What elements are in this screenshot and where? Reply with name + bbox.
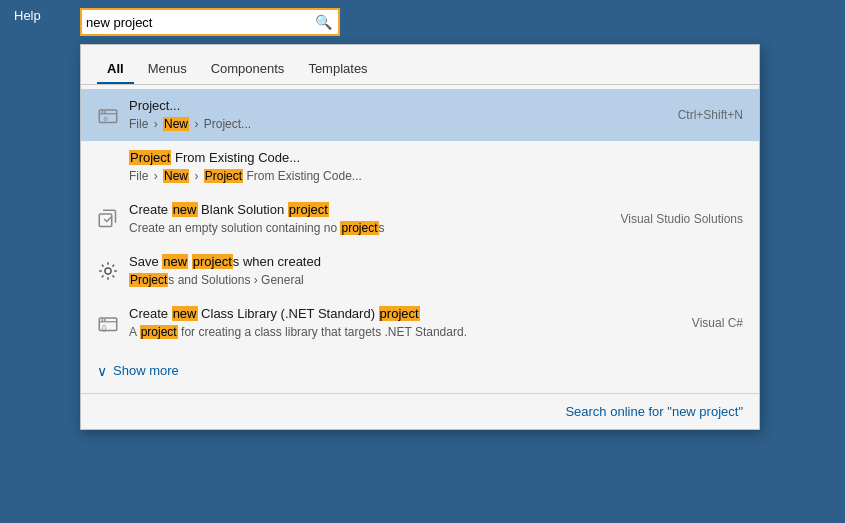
chevron-down-icon: ∨	[97, 363, 107, 379]
svg-text:⚙: ⚙	[103, 115, 108, 122]
result-content: Create new Class Library (.NET Standard)…	[129, 305, 680, 341]
search-online-row: Search online for "new project"	[81, 393, 759, 429]
result-title: Project From Existing Code...	[129, 149, 743, 167]
result-content: Project From Existing Code... File › New…	[129, 149, 743, 185]
svg-point-7	[101, 319, 103, 321]
gear-icon	[97, 260, 119, 282]
result-subtitle: Projects and Solutions › General	[129, 272, 743, 289]
blank-solution-icon	[97, 208, 119, 230]
results-list: ⚙ Project... File › New › Project... Ctr…	[81, 85, 759, 353]
result-title: Create new Blank Solution project	[129, 201, 608, 219]
result-content: Save new projects when created Projects …	[129, 253, 743, 289]
show-more-label: Show more	[113, 363, 179, 378]
result-category: Visual Studio Solutions	[620, 212, 743, 226]
svg-point-1	[101, 111, 103, 113]
result-path: File › New › Project From Existing Code.…	[129, 168, 743, 185]
result-row[interactable]: {} Create new Class Library (.NET Standa…	[81, 297, 759, 349]
tab-templates[interactable]: Templates	[298, 55, 377, 84]
result-subtitle: A project for creating a class library t…	[129, 324, 680, 341]
result-title: Save new projects when created	[129, 253, 743, 271]
result-content: Project... File › New › Project...	[129, 97, 666, 133]
result-path: File › New › Project...	[129, 116, 666, 133]
result-row[interactable]: Create new Blank Solution project Create…	[81, 193, 759, 245]
result-title: Create new Class Library (.NET Standard)…	[129, 305, 680, 323]
svg-point-8	[104, 319, 106, 321]
search-submit-button[interactable]: 🔍	[313, 14, 334, 30]
search-online-link[interactable]: Search online for "new project"	[565, 404, 743, 419]
tab-all[interactable]: All	[97, 55, 134, 84]
show-more-row[interactable]: ∨ Show more	[81, 353, 759, 393]
class-library-icon: {}	[97, 312, 119, 334]
tabs-row: All Menus Components Templates	[81, 45, 759, 85]
result-title: Project...	[129, 97, 666, 115]
svg-text:{}: {}	[102, 324, 107, 332]
search-dropdown: All Menus Components Templates ⚙ Project…	[80, 44, 760, 430]
result-shortcut: Ctrl+Shift+N	[678, 108, 743, 122]
svg-point-5	[105, 268, 111, 274]
tab-menus[interactable]: Menus	[138, 55, 197, 84]
result-row[interactable]: Project From Existing Code... File › New…	[81, 141, 759, 193]
result-subtitle: Create an empty solution containing no p…	[129, 220, 608, 237]
result-category: Visual C#	[692, 316, 743, 330]
project-icon: ⚙	[97, 104, 119, 126]
result-content: Create new Blank Solution project Create…	[129, 201, 608, 237]
tab-components[interactable]: Components	[201, 55, 295, 84]
empty-icon	[97, 156, 119, 178]
svg-point-2	[104, 111, 106, 113]
result-row[interactable]: ⚙ Project... File › New › Project... Ctr…	[81, 89, 759, 141]
search-bar: 🔍	[80, 8, 340, 36]
search-input[interactable]	[86, 15, 313, 30]
result-row[interactable]: Save new projects when created Projects …	[81, 245, 759, 297]
help-label: Help	[14, 8, 41, 23]
